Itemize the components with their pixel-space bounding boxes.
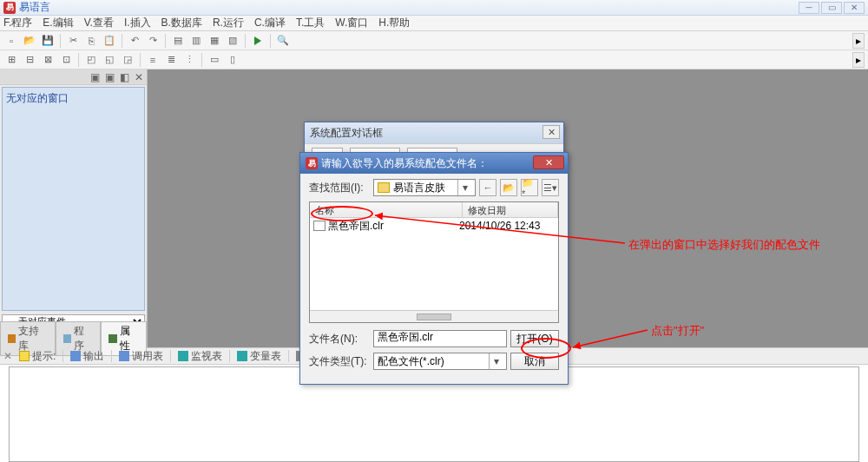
lookin-label: 查找范围(I): [309,181,370,195]
svg-marker-0 [254,36,261,45]
cancel-button[interactable]: 取消 [510,353,559,370]
panel-tab-pin2[interactable]: ▣ [105,71,115,83]
file-scrollbar[interactable] [310,310,558,322]
tb2-e[interactable]: ◰ [83,52,99,68]
side-panel: ▣ ▣ ◧ ✕ 无对应的窗口 --- 无对应事件 --- 支持库 程序 属性 [0,69,148,347]
filename-input-wrap [373,330,507,347]
tb-find[interactable]: 🔍 [275,33,291,49]
toolbar-1: ▫ 📂 💾 ✂ ⎘ 📋 ↶ ↷ ▤ ▥ ▦ ▧ 🔍 ▸ [0,31,868,50]
menu-database[interactable]: B.数据库 [161,16,202,30]
menubar: F.程序 E.编辑 V.查看 I.插入 B.数据库 R.运行 C.编译 T.工具… [0,16,868,31]
menu-help[interactable]: H.帮助 [378,16,410,30]
toolbar-overflow[interactable]: ▸ [852,33,865,49]
tb-book[interactable]: ▤ [170,33,186,49]
menu-program[interactable]: F.程序 [3,16,32,30]
tb-copy[interactable]: ⎘ [83,33,99,49]
file-icon [313,221,326,231]
tb-book2[interactable]: ▥ [188,33,204,49]
dropdown-arrow-icon: ▾ [489,353,503,369]
filetype-label: 文件类型(T): [309,354,370,369]
tb-new[interactable]: ▫ [3,33,19,49]
toolbar2-overflow[interactable]: ▸ [852,52,865,68]
tree-text: 无对应的窗口 [6,92,69,104]
file-date-cell: 2014/10/26 12:43 [459,220,555,232]
config-close-button[interactable]: ✕ [542,125,560,139]
tb-paste[interactable]: 📋 [102,33,117,49]
bt-calls[interactable]: 调用表 [115,349,167,364]
tb2-b[interactable]: ⊟ [22,52,37,68]
minimize-button[interactable]: ─ [799,2,819,14]
window-controls: ─ ▭ ✕ [799,2,865,14]
config-dialog-title[interactable]: 系统配置对话框 ✕ [305,122,563,143]
nav-up-button[interactable]: 📂 [500,179,517,196]
file-row[interactable]: 黑色帝国.clr 2014/10/26 12:43 [310,218,558,234]
menu-compile[interactable]: C.编译 [254,16,286,30]
maximize-button[interactable]: ▭ [821,2,842,14]
menu-edit[interactable]: E.编辑 [43,16,73,30]
menu-view[interactable]: V.查看 [84,16,114,30]
tb-open[interactable]: 📂 [22,33,37,49]
tb2-h[interactable]: ≡ [145,52,161,68]
tb2-j[interactable]: ⋮ [181,52,197,68]
panel-tab-pin3[interactable]: ◧ [120,71,129,83]
bt-hint[interactable]: 提示: [16,349,59,364]
tb-run[interactable] [250,33,266,49]
file-list[interactable]: 名称 修改日期 黑色帝国.clr 2014/10/26 12:43 [309,201,559,323]
tb2-i[interactable]: ≣ [163,52,179,68]
dropdown-arrow-icon: ▾ [457,180,471,195]
tb2-l[interactable]: ▯ [225,52,240,68]
bt-output[interactable]: 输出 [67,349,108,364]
col-name[interactable]: 名称 [310,202,463,217]
open-button[interactable]: 打开(O) [510,330,559,347]
folder-icon [378,182,390,193]
tree-view[interactable]: 无对应的窗口 [2,87,145,311]
nav-back-button[interactable]: ← [479,179,496,196]
open-dialog-title: 请输入欲导入的易系统配色文件名： [321,156,488,171]
bt-vars[interactable]: 变量表 [233,349,285,364]
tb-cut[interactable]: ✂ [65,33,81,49]
nav-newfolder-button[interactable]: 📁* [521,179,538,196]
bt-watch[interactable]: 监视表 [174,349,226,364]
window-titlebar: 易 易语言 ─ ▭ ✕ [0,0,868,16]
close-button[interactable]: ✕ [844,2,865,14]
panel-top-tabs: ▣ ▣ ◧ ✕ [0,69,147,85]
panel-tab-pin1[interactable]: ▣ [90,71,100,83]
col-date[interactable]: 修改日期 [463,202,558,217]
open-file-dialog: 易 请输入欲导入的易系统配色文件名： ✕ 查找范围(I): 易语言皮肤 ▾ ← … [299,152,569,385]
menu-insert[interactable]: I.插入 [124,16,151,30]
tb-redo[interactable]: ↷ [145,33,161,49]
tb-undo[interactable]: ↶ [127,33,142,49]
app-title: 易语言 [19,0,50,15]
tb2-d[interactable]: ⊡ [58,52,74,68]
panel-tab-close[interactable]: ✕ [135,71,143,83]
lookin-dropdown[interactable]: 易语言皮肤 ▾ [373,179,476,196]
menu-window[interactable]: W.窗口 [335,16,368,30]
tb2-k[interactable]: ▭ [207,52,222,68]
tb2-f[interactable]: ◱ [102,52,117,68]
tb-book4[interactable]: ▧ [225,33,240,49]
tb-book3[interactable]: ▦ [207,33,222,49]
nav-view-button[interactable]: ☰▾ [542,179,559,196]
menu-tools[interactable]: T.工具 [296,16,325,30]
app-icon: 易 [3,2,16,14]
tb2-g[interactable]: ◲ [120,52,135,68]
tb-save[interactable]: 💾 [40,33,56,49]
dialog-app-icon: 易 [306,157,318,169]
toolbar-2: ⊞ ⊟ ⊠ ⊡ ◰ ◱ ◲ ≡ ≣ ⋮ ▭ ▯ ▸ [0,50,868,69]
filename-input[interactable] [378,332,503,344]
filename-label: 文件名(N): [309,332,370,346]
tb2-a[interactable]: ⊞ [3,52,19,68]
annotation-text-2: 点击"打开" [651,323,704,339]
filetype-dropdown[interactable]: 配色文件(*.clr) ▾ [373,353,507,370]
annotation-text-1: 在弹出的窗口中选择好我们的配色文件 [628,237,820,253]
open-close-button[interactable]: ✕ [533,155,564,169]
menu-run[interactable]: R.运行 [213,16,244,30]
panel-bottom-tabs: 支持库 程序 属性 [0,330,147,347]
tb2-c[interactable]: ⊠ [40,52,56,68]
open-dialog-titlebar[interactable]: 易 请输入欲导入的易系统配色文件名： ✕ [300,153,568,174]
file-name-cell: 黑色帝国.clr [328,219,459,234]
